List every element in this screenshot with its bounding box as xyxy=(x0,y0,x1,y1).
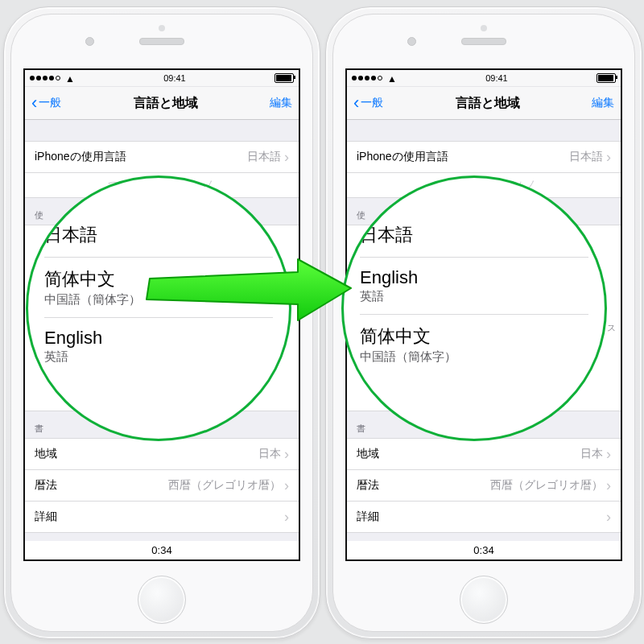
back-label: 一般 xyxy=(39,96,61,110)
status-time: 09:41 xyxy=(485,73,508,83)
lang-sub: 中国語（簡体字） xyxy=(360,349,588,365)
calendar-value: 西暦（グレゴリオ暦） xyxy=(490,478,603,493)
timer-left: 0:34 xyxy=(25,541,299,559)
device-language-value: 日本語 xyxy=(247,150,281,164)
back-label: 一般 xyxy=(361,96,383,110)
nav-title: 言語と地域 xyxy=(134,95,198,112)
region-label: 地域 xyxy=(35,447,57,461)
device-language-row[interactable]: iPhoneの使用言語 日本語 › xyxy=(347,141,621,173)
detail-row[interactable]: 詳細 › xyxy=(347,502,621,533)
battery-icon xyxy=(275,73,294,83)
status-bar: ▲ 09:41 xyxy=(25,70,299,87)
list-item: English 英語 xyxy=(44,318,273,374)
detail-label: 詳細 xyxy=(357,510,379,524)
language-order-list-before[interactable]: 日本語 简体中文 中国語（簡体字） English 英語 xyxy=(44,213,273,374)
back-button[interactable]: ‹ 一般 xyxy=(353,96,383,110)
magnifier-left: 日本語 简体中文 中国語（簡体字） English 英語 xyxy=(26,175,291,441)
list-item: 简体中文 中国語（簡体字） xyxy=(44,258,273,318)
timer-right: 0:34 xyxy=(347,541,621,559)
edit-button[interactable]: 編集 xyxy=(592,96,614,110)
battery-icon xyxy=(597,73,616,83)
lang-main: 日本語 xyxy=(360,223,588,247)
home-button-left[interactable] xyxy=(138,576,186,624)
device-language-value: 日本語 xyxy=(569,150,603,164)
lang-sub: 英語 xyxy=(360,289,588,304)
wifi-icon: ▲ xyxy=(65,74,75,84)
lang-main: English xyxy=(44,328,273,349)
status-bar: ▲ 09:41 xyxy=(347,70,621,87)
lang-main: 日本語 xyxy=(44,223,273,247)
lang-main: English xyxy=(360,267,588,288)
lang-main: 简体中文 xyxy=(44,267,273,291)
region-value: 日本 xyxy=(258,447,281,461)
back-button[interactable]: ‹ 一般 xyxy=(31,96,61,110)
device-language-row[interactable]: iPhoneの使用言語 日本語 › xyxy=(25,141,299,173)
list-item: 日本語 xyxy=(360,213,588,258)
nav-bar: ‹ 一般 言語と地域 編集 xyxy=(25,87,299,120)
wifi-icon: ▲ xyxy=(387,74,397,84)
list-item: English 英語 xyxy=(360,258,588,315)
nav-title: 言語と地域 xyxy=(456,95,520,112)
device-language-label: iPhoneの使用言語 xyxy=(35,150,126,164)
calendar-label: 暦法 xyxy=(35,478,57,493)
home-button-right[interactable] xyxy=(460,576,508,624)
list-item: 简体中文 中国語（簡体字） xyxy=(360,315,588,374)
region-value: 日本 xyxy=(580,447,603,461)
device-language-label: iPhoneの使用言語 xyxy=(357,150,448,164)
magnifier-right: 日本語 English 英語 简体中文 中国語（簡体字） xyxy=(341,175,607,441)
calendar-label: 暦法 xyxy=(357,478,379,493)
region-row[interactable]: 地域 日本› xyxy=(25,438,299,470)
list-item: 日本語 xyxy=(44,213,273,258)
calendar-row[interactable]: 暦法 西暦（グレゴリオ暦）› xyxy=(25,470,299,502)
calendar-row[interactable]: 暦法 西暦（グレゴリオ暦）› xyxy=(347,470,621,502)
region-row[interactable]: 地域 日本› xyxy=(347,438,621,470)
language-order-list-after[interactable]: 日本語 English 英語 简体中文 中国語（簡体字） xyxy=(360,213,588,374)
calendar-value: 西暦（グレゴリオ暦） xyxy=(168,478,281,493)
detail-label: 詳細 xyxy=(35,510,57,524)
lang-sub: 英語 xyxy=(44,349,273,365)
edit-button[interactable]: 編集 xyxy=(270,96,292,110)
region-label: 地域 xyxy=(357,447,379,461)
lang-main: 简体中文 xyxy=(360,324,588,349)
detail-row[interactable]: 詳細 › xyxy=(25,502,299,533)
status-time: 09:41 xyxy=(163,73,186,83)
nav-bar: ‹ 一般 言語と地域 編集 xyxy=(347,87,621,120)
lang-sub: 中国語（簡体字） xyxy=(44,292,273,308)
